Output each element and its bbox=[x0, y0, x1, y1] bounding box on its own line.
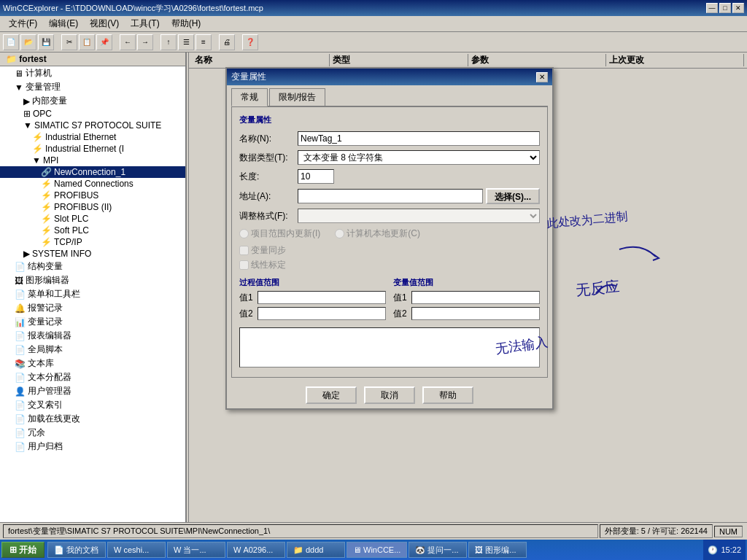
sidebar-item-newconn[interactable]: 🔗 NewConnection_1 bbox=[0, 166, 185, 178]
sidebar-item-opc[interactable]: ⊞ OPC bbox=[0, 108, 185, 120]
tb-paste[interactable]: 📌 bbox=[96, 34, 112, 50]
sidebar-item-grapheditor[interactable]: 🖼 图形编辑器 bbox=[0, 273, 185, 287]
sidebar-item-alarm[interactable]: 🔔 报警记录 bbox=[0, 301, 185, 315]
form-row-name: 名称(N): bbox=[239, 131, 540, 146]
tb-fwd[interactable]: → bbox=[137, 34, 153, 50]
dddd-label: dddd bbox=[306, 545, 323, 554]
type-select[interactable]: 文本变量 8 位字符集 bbox=[298, 150, 540, 165]
sidebar-item-crossref[interactable]: 📄 交叉索引 bbox=[0, 398, 185, 412]
sidebar-item-textlib[interactable]: 📚 文本库 bbox=[0, 357, 185, 370]
menu-edit[interactable]: 编辑(E) bbox=[43, 16, 84, 31]
sidebar-item-namedconn[interactable]: ⚡ Named Connections bbox=[0, 178, 185, 190]
tb-print[interactable]: 🖨 bbox=[219, 34, 235, 50]
radio-project-input[interactable] bbox=[239, 229, 249, 238]
type-label: 数据类型(T): bbox=[239, 152, 298, 164]
tb-copy[interactable]: 📋 bbox=[79, 34, 95, 50]
variable-properties-dialog: 变量属性 ✕ 常规 限制/报告 变量属性 名称(N): bbox=[225, 67, 554, 410]
checkbox-sync[interactable]: 变量同步 bbox=[239, 244, 540, 257]
taskbar-mydocs[interactable]: 📄 我的文档 bbox=[47, 542, 106, 558]
tab-limits[interactable]: 限制/报告 bbox=[269, 88, 325, 106]
sidebar-item-ie2[interactable]: ⚡ Industrial Ethernet (I bbox=[0, 143, 185, 155]
sidebar-item-simatic[interactable]: ▼ SIMATIC S7 PROTOCOL SUITE bbox=[0, 120, 185, 131]
sidebar-item-globalscript[interactable]: 📄 全局脚本 bbox=[0, 343, 185, 357]
tb-back[interactable]: ← bbox=[120, 34, 136, 50]
address-input[interactable] bbox=[298, 189, 483, 203]
radio-local-input[interactable] bbox=[335, 229, 344, 238]
sidebar-item-userarchive[interactable]: 📄 用户归档 bbox=[0, 440, 185, 454]
minimize-button[interactable]: — bbox=[706, 3, 718, 13]
checkbox-sync-input[interactable] bbox=[239, 246, 249, 255]
sidebar-item-internal[interactable]: ▶ 内部变量 bbox=[0, 94, 185, 108]
sidebar-item-usermgr[interactable]: 👤 用户管理器 bbox=[0, 384, 185, 398]
tb-new[interactable]: 📄 bbox=[3, 34, 19, 50]
sidebar-item-variables[interactable]: ▼ 变量管理 bbox=[0, 80, 185, 94]
sidebar-label-profibus: PROFIBUS bbox=[54, 190, 98, 201]
menu-help[interactable]: 帮助(H) bbox=[166, 16, 207, 31]
checkbox-linear-input[interactable] bbox=[239, 260, 249, 270]
sidebar: 📁 fortest 🖥 计算机 ▼ 变量管理 ▶ 内部变量 ⊞ OPC ▼ SI… bbox=[0, 52, 186, 522]
sidebar-root[interactable]: 📁 fortest bbox=[0, 52, 185, 66]
tuxing-icon: 🖼 bbox=[475, 545, 483, 554]
cancel-button[interactable]: 取消 bbox=[364, 386, 415, 404]
sidebar-item-reporteditor[interactable]: 📄 报表编辑器 bbox=[0, 329, 185, 343]
select-button[interactable]: 选择(S)... bbox=[486, 188, 540, 204]
radio-local[interactable]: 计算机本地更新(C) bbox=[335, 228, 420, 240]
tb-up[interactable]: ↑ bbox=[160, 34, 177, 50]
sidebar-item-varlog[interactable]: 📊 变量记录 bbox=[0, 315, 185, 329]
tb-cut[interactable]: ✂ bbox=[61, 34, 77, 50]
sidebar-item-tcpip[interactable]: ⚡ TCP/IP bbox=[0, 236, 185, 248]
variable-input-2[interactable] bbox=[411, 307, 540, 320]
maximize-button[interactable]: □ bbox=[719, 3, 731, 13]
process-input-2[interactable] bbox=[258, 307, 386, 320]
taskbar-tuxing[interactable]: 🖼 图形编... bbox=[468, 542, 527, 558]
sidebar-item-redundant[interactable]: 📄 冗余 bbox=[0, 426, 185, 440]
menu-tools[interactable]: 工具(T) bbox=[125, 16, 165, 31]
checkbox-linear[interactable]: 线性标定 bbox=[239, 259, 540, 271]
taskbar-tixun[interactable]: 🐼 提问一... bbox=[409, 542, 467, 558]
menu-file[interactable]: 文件(F) bbox=[3, 16, 43, 31]
dialog-close-button[interactable]: ✕ bbox=[536, 72, 548, 82]
tb-open[interactable]: 📂 bbox=[20, 34, 36, 50]
sidebar-item-softplc[interactable]: ⚡ Soft PLC bbox=[0, 225, 185, 236]
tb-list[interactable]: ☰ bbox=[178, 34, 194, 50]
sidebar-label-menutoolbar: 菜单和工具栏 bbox=[28, 288, 80, 300]
taskbar-dddd[interactable]: 📁 dddd bbox=[287, 542, 345, 558]
sidebar-item-menutoolbar[interactable]: 📄 菜单和工具栏 bbox=[0, 287, 185, 301]
variable-range-box: 变量值范围 值1 值2 bbox=[393, 277, 540, 323]
name-input[interactable] bbox=[298, 131, 540, 146]
taskbar-dangyi[interactable]: W 当一... bbox=[167, 542, 225, 558]
length-input[interactable] bbox=[298, 169, 334, 184]
sidebar-item-computer[interactable]: 🖥 计算机 bbox=[0, 66, 185, 80]
process-label-2: 值2 bbox=[239, 308, 258, 320]
sidebar-item-profibus[interactable]: ⚡ PROFIBUS bbox=[0, 190, 185, 201]
tb-detail[interactable]: ≡ bbox=[196, 34, 212, 50]
sidebar-item-struct[interactable]: 📄 结构变量 bbox=[0, 260, 185, 273]
taskbar-wincc[interactable]: 🖥 WinCCE... bbox=[347, 542, 407, 558]
taskbar-ceshi[interactable]: W ceshi... bbox=[107, 542, 166, 558]
sidebar-item-ie[interactable]: ⚡ Industrial Ethernet bbox=[0, 131, 185, 143]
sidebar-item-mpi[interactable]: ▼ MPI bbox=[0, 155, 185, 166]
process-input-1[interactable] bbox=[258, 291, 386, 304]
taskbar-a0296[interactable]: W A0296... bbox=[227, 542, 285, 558]
sidebar-item-textdist[interactable]: 📄 文本分配器 bbox=[0, 370, 185, 384]
tb-save[interactable]: 💾 bbox=[38, 34, 54, 50]
sidebar-item-slotplc[interactable]: ⚡ Slot PLC bbox=[0, 213, 185, 225]
notes-textarea[interactable] bbox=[239, 327, 540, 368]
tb-help[interactable]: ❓ bbox=[242, 34, 258, 50]
sidebar-item-profibus2[interactable]: ⚡ PROFIBUS (II) bbox=[0, 201, 185, 213]
sidebar-item-loadonline[interactable]: 📄 加载在线更改 bbox=[0, 412, 185, 426]
close-button[interactable]: ✕ bbox=[732, 3, 744, 13]
a0296-label: A0296... bbox=[243, 545, 273, 554]
variable-input-1[interactable] bbox=[411, 291, 540, 304]
radio-project[interactable]: 项目范围内更新(I) bbox=[239, 228, 320, 240]
tab-general[interactable]: 常规 bbox=[231, 88, 268, 106]
menu-view[interactable]: 视图(V) bbox=[84, 16, 125, 31]
format-select[interactable] bbox=[298, 209, 540, 223]
toolbar: 📄 📂 💾 ✂ 📋 📌 ← → ↑ ☰ ≡ 🖨 ❓ bbox=[0, 32, 747, 52]
mydocs-icon: 📄 bbox=[54, 545, 64, 555]
profibus2-icon: ⚡ bbox=[41, 202, 52, 212]
start-button[interactable]: ⊞ 开始 bbox=[1, 542, 44, 558]
sidebar-item-sysinfo[interactable]: ▶ SYSTEM INFO bbox=[0, 248, 185, 260]
ok-button[interactable]: 确定 bbox=[306, 386, 357, 404]
help-button[interactable]: 帮助 bbox=[422, 386, 473, 404]
